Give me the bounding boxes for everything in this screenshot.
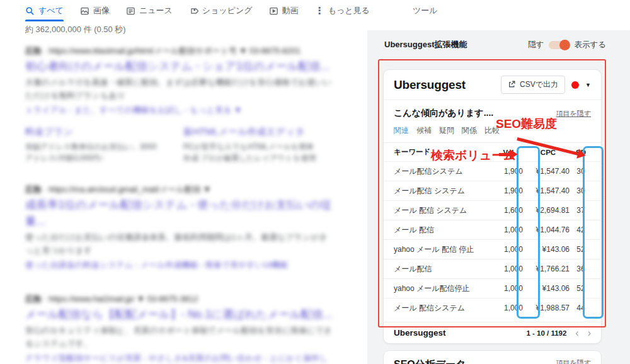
table-row: メール配信システム 1,900 ¥1,547.40 30 [384,161,601,181]
shopping-tag-icon [189,6,198,16]
sitelink-title[interactable]: 料金プラン [25,126,161,138]
sd-cell: 52 [571,284,591,293]
tab-shopping[interactable]: ショッピング [189,0,253,21]
hide-items-link[interactable]: 項目を隠す [556,109,591,118]
tools-button[interactable]: ツール [413,5,438,16]
table-row: yahoo メール配信停止 1,000 ¥143.06 52 [384,278,601,298]
news-icon [126,6,135,16]
ad-url: https://www.hai2mail.jp/ ▼ [49,294,145,304]
card-footer: Ubersuggest 1 - 10 / 1192 ‹ › [384,322,601,343]
chevron-down-icon[interactable]: ▼ [585,82,591,88]
table-row: メール 配信 1,000 ¥1,044.76 42 [384,220,601,239]
card-title-row: Ubersuggest CSVで出力 ▼ [384,70,601,100]
toggle-off-label: 隠す [528,40,544,50]
ad-phone: 03-6675-3812 [147,294,198,304]
ad-title-link[interactable]: メール配信なら【配配メール】- No.1に選ばれたメール配信... [25,306,335,322]
tab-label: もっと見る [328,5,370,16]
col-keyword: キーワード [394,147,494,157]
csv-export-button[interactable]: CSVで出力 [501,76,565,94]
seo-section-title: SEO分析データ [394,358,466,364]
keyword-tabs: 関連 候補 疑問 関係 比較 [384,120,601,142]
cpc-cell: ¥2,694.81 [527,206,571,215]
cpc-cell: ¥1,766.21 [527,264,571,273]
csv-button-label: CSVで出力 [520,79,558,90]
tab-questions[interactable]: 疑問 [439,125,454,136]
table-header-row: キーワード Vol CPC SD [384,142,601,161]
show-hide-toggle[interactable] [549,41,569,49]
hide-items-link[interactable]: 項目を隠す [556,358,591,364]
volume-cell: 1,000 [494,225,527,234]
ad-url: https://ma.aircloud.gmail_mail/メール配信 ▼ [49,185,212,194]
toggle-on-label: 表示する [574,40,606,50]
tab-prepositions[interactable]: 関係 [462,125,477,136]
ad-sublink-line[interactable]: 使った分課金の料金システム - メール作成機能 - 簡単で見やすいUI機能 [25,258,335,272]
ad-url-line: 広告 · https://www.blastmail.jp/html/メール配信… [25,45,335,56]
tab-videos[interactable]: 動画 [269,0,299,21]
visibility-toggle-group: 隠す 表示する [528,40,606,50]
ad-badge: 広告 [25,185,42,194]
tab-suggestions[interactable]: 候補 [416,125,432,136]
volume-cell: 1,000 [494,304,527,312]
sitelink-title[interactable]: 新HTMLメール作成エディタ [183,126,319,138]
image-icon [80,6,89,16]
keyword-cell: メール 配信 [394,225,494,236]
ad-badge: 広告 [25,46,42,55]
trend-section-header: こんな傾向があります.... 項目を隠す [384,100,601,120]
more-vertical-icon: ⋮ [315,5,324,16]
export-icon [508,80,516,90]
table-row: メール配信 1,000 ¥1,766.21 36 [384,259,601,278]
tab-label: 画像 [93,5,110,16]
pagination: 1 - 10 / 1192 ‹ › [526,328,591,338]
tab-comparisons[interactable]: 比較 [484,125,500,136]
ad-sublink-line[interactable]: トライアル - また、すべての機能をお試し - もっと見る ▼ [25,103,335,117]
ad-result[interactable]: 広告 · https://www.hai2mail.jp/ ▼ 03-6675-… [25,288,335,364]
ubersuggest-logo: Ubersuggest [394,78,466,92]
ad-title-link[interactable]: 成長率1位のメール配信システム - 使った分だけお支払いの従量... [25,196,335,229]
tab-label: ショッピング [202,5,253,16]
cpc-cell: ¥1,547.40 [527,186,571,195]
keyword-cell: メール配信システム [394,166,494,177]
keyword-cell: yahoo メール 配信 停止 [394,244,494,255]
result-stats: 約 362,000,000 件 (0.50 秒) [25,24,126,35]
sitelink-desc: PCが苦手な人でもHTMLメールを簡単作成 プロが厳選したレイアウトを使用 [183,141,319,164]
ad-url-line: 広告 · https://ma.aircloud.gmail_mail/メール配… [25,184,335,195]
keyword-cell: メール 配信システム [394,303,494,314]
ad-description: 使った分だけお支払いの従量課金体系。最低利用期間は1ヶ月。最適なプランがきっと見… [25,230,335,257]
search-icon [25,6,35,16]
tab-news[interactable]: ニュース [126,0,173,21]
ad-phone: 03-6675-8201 [249,46,301,55]
volume-cell: 1,600 [494,206,527,215]
volume-cell: 1,000 [494,245,527,254]
tab-related[interactable]: 関連 [394,125,409,136]
volume-cell: 1,900 [494,167,527,176]
table-row: yahoo メール 配信 停止 1,000 ¥143.06 52 [384,239,601,259]
chevron-right-icon[interactable]: › [588,328,591,338]
keyword-cell: yahoo メール配信停止 [394,283,494,294]
card-actions: CSVで出力 ▼ [501,76,591,94]
tab-label: 動画 [282,5,299,16]
ad-badge: 広告 [25,294,42,304]
sd-cell: 44 [571,304,591,312]
tab-more[interactable]: ⋮ もっと見る [315,0,370,21]
toggle-knob-icon [559,40,570,50]
extension-header: Ubersuggest拡張機能 隠す 表示する [384,39,606,50]
keyword-cell: メール 配信 システム [394,205,494,216]
ad-result[interactable]: 広告 · https://www.blastmail.jp/html/メール配信… [25,40,335,164]
chevron-left-icon[interactable]: ‹ [575,328,578,338]
tab-all[interactable]: すべて [25,0,64,21]
table-row: メール 配信 システム 1,600 ¥2,694.81 37 [384,200,601,220]
ad-result[interactable]: 広告 · https://ma.aircloud.gmail_mail/メール配… [25,179,335,272]
footer-logo: Ubersuggest [394,328,446,338]
ad-url-line: 広告 · https://www.hai2mail.jp/ ▼ 03-6675-… [25,293,335,304]
extension-title: Ubersuggest拡張機能 [384,39,467,50]
sd-cell: 30 [571,167,591,176]
cpc-cell: ¥143.06 [527,245,571,254]
ad-title-link[interactable]: 初心者向けのメール配信システム - シェア1位のメール配信... [25,58,335,74]
sd-cell: 42 [571,225,591,234]
volume-cell: 1,000 [494,284,527,293]
tab-images[interactable]: 画像 [80,0,110,21]
table-row: メール配信 システム 1,900 ¥1,547.40 30 [384,181,601,200]
sitelink: 新HTMLメール作成エディタ PCが苦手な人でもHTMLメールを簡単作成 プロが… [183,126,319,164]
ad-sublink-line[interactable]: クラウド型配信サービスが充実 - やさしさ&充実のお問い合わせ - とにかく操作… [25,351,335,364]
ad-description: 安心のセキュリティ体制と、充実のサポート体制でメール配信を安全に簡単にできるシス… [25,324,335,350]
